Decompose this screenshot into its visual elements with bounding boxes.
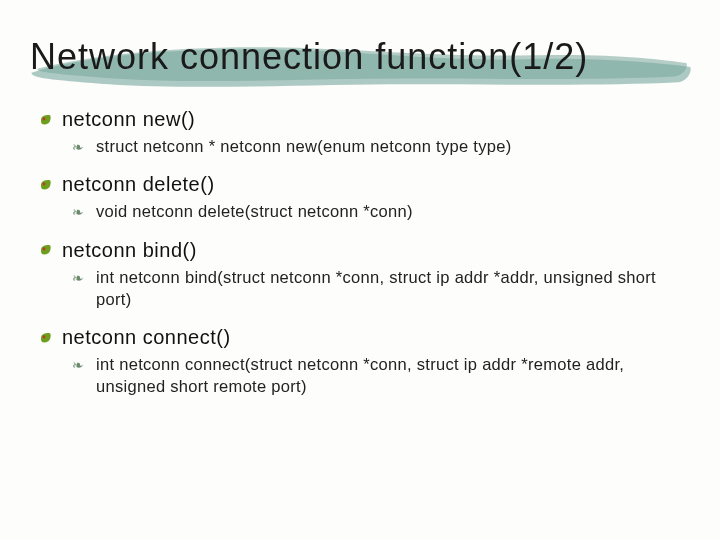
svg-point-2 — [43, 248, 46, 251]
curl-bullet-icon: ❧ — [72, 269, 86, 288]
item-sub-text: int netconn bind(struct netconn *conn, s… — [96, 266, 692, 311]
svg-point-3 — [43, 335, 46, 338]
item-sub: ❧ int netconn bind(struct netconn *conn,… — [40, 266, 692, 311]
content-area: netconn new() ❧ struct netconn * netconn… — [28, 108, 692, 398]
leaf-bullet-icon — [40, 244, 52, 256]
list-item: netconn connect() ❧ int netconn connect(… — [40, 326, 692, 398]
curl-bullet-icon: ❧ — [72, 203, 86, 222]
curl-bullet-icon: ❧ — [72, 356, 86, 375]
title-area: Network connection function(1/2) — [28, 32, 692, 80]
item-sub-text: struct netconn * netconn new(enum netcon… — [96, 135, 512, 157]
item-head: netconn connect() — [40, 326, 692, 349]
item-head-text: netconn delete() — [62, 173, 215, 196]
item-sub: ❧ void netconn delete(struct netconn *co… — [40, 200, 692, 222]
list-item: netconn new() ❧ struct netconn * netconn… — [40, 108, 692, 157]
item-head-text: netconn new() — [62, 108, 195, 131]
leaf-bullet-icon — [40, 332, 52, 344]
item-sub-text: void netconn delete(struct netconn *conn… — [96, 200, 413, 222]
item-head: netconn delete() — [40, 173, 692, 196]
item-head: netconn new() — [40, 108, 692, 131]
list-item: netconn bind() ❧ int netconn bind(struct… — [40, 239, 692, 311]
list-item: netconn delete() ❧ void netconn delete(s… — [40, 173, 692, 222]
item-head: netconn bind() — [40, 239, 692, 262]
svg-point-0 — [43, 117, 46, 120]
item-head-text: netconn bind() — [62, 239, 197, 262]
item-head-text: netconn connect() — [62, 326, 231, 349]
leaf-bullet-icon — [40, 179, 52, 191]
item-sub: ❧ int netconn connect(struct netconn *co… — [40, 353, 692, 398]
slide-title: Network connection function(1/2) — [28, 32, 692, 80]
svg-point-1 — [43, 182, 46, 185]
curl-bullet-icon: ❧ — [72, 138, 86, 157]
leaf-bullet-icon — [40, 114, 52, 126]
slide: Network connection function(1/2) netconn… — [0, 0, 720, 540]
item-sub-text: int netconn connect(struct netconn *conn… — [96, 353, 692, 398]
item-sub: ❧ struct netconn * netconn new(enum netc… — [40, 135, 692, 157]
